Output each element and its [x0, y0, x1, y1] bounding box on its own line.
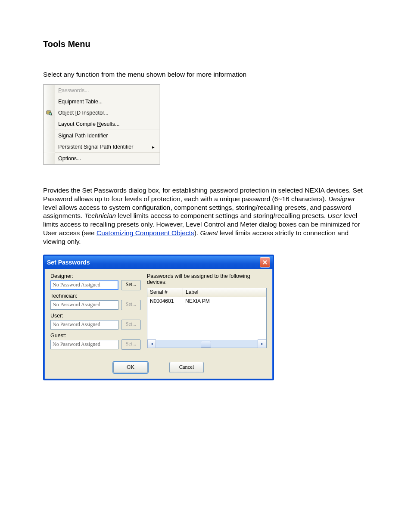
menu-gutter — [44, 118, 55, 130]
device-row[interactable]: N0004601 NEXIA PM — [147, 297, 266, 306]
menu-item-equipment-table[interactable]: Equipment Table... — [44, 96, 160, 107]
label-designer: Designer: — [50, 273, 141, 279]
devices-header: Serial # Label — [147, 288, 266, 297]
top-rule — [34, 26, 377, 26]
intro-text: Select any function from the menu shown … — [43, 71, 368, 78]
menu-gutter — [44, 141, 55, 152]
password-levels-panel: Designer: No Password Assigned Set... Te… — [50, 273, 141, 352]
scroll-track[interactable] — [156, 340, 258, 348]
menu-item-layout-compile-results[interactable]: Layout Compile Results... — [44, 118, 160, 130]
user-password-field[interactable]: No Password Assigned — [50, 320, 118, 330]
bottom-rule — [34, 471, 377, 471]
set-guest-button[interactable]: Set... — [121, 339, 141, 350]
menu-label: Persistent Signal Path Identifier — [55, 144, 152, 150]
technician-password-field[interactable]: No Password Assigned — [50, 300, 118, 310]
col-label[interactable]: Label — [183, 288, 266, 297]
submenu-arrow-icon: ▸ — [152, 144, 160, 150]
scroll-thumb[interactable] — [201, 341, 211, 348]
device-label: NEXIA PM — [183, 297, 212, 306]
scroll-left-icon[interactable]: ◂ — [147, 339, 156, 348]
description-paragraph: Provides the Set Passwords dialog box, f… — [43, 186, 368, 246]
col-serial[interactable]: Serial # — [147, 288, 183, 297]
inspector-icon — [44, 107, 55, 118]
menu-gutter — [44, 96, 55, 107]
menu-label: Signal Path Identifier — [55, 133, 160, 139]
menu-gutter — [44, 130, 55, 141]
menu-label: Layout Compile Results... — [55, 121, 160, 127]
menu-gutter — [44, 153, 55, 164]
menu-label: Equipment Table... — [55, 99, 160, 105]
set-designer-button[interactable]: Set... — [121, 280, 141, 290]
device-serial: N0004601 — [147, 297, 183, 306]
set-passwords-dialog: Set Passwords Designer: No Password Assi… — [43, 255, 274, 380]
footer-underline — [116, 399, 172, 400]
menu-gutter — [44, 85, 55, 96]
menu-item-passwords[interactable]: Passwords... — [44, 85, 160, 96]
link-customizing-component-objects[interactable]: Customizing Component Objects — [97, 229, 194, 236]
label-technician: Technician: — [50, 293, 141, 299]
dialog-title: Set Passwords — [47, 259, 260, 266]
menu-label: Options... — [55, 156, 160, 162]
dialog-titlebar: Set Passwords — [44, 256, 273, 269]
cancel-button[interactable]: Cancel — [169, 362, 204, 373]
page-title: Tools Menu — [43, 39, 368, 49]
tools-menu: Passwords... Equipment Table... Object I… — [43, 84, 160, 165]
menu-item-options[interactable]: Options... — [44, 153, 160, 164]
menu-item-object-id-inspector[interactable]: Object ID Inspector... — [44, 107, 160, 118]
scroll-right-icon[interactable]: ▸ — [258, 339, 266, 348]
horizontal-scrollbar[interactable]: ◂ ▸ — [147, 340, 266, 348]
menu-item-signal-path-identifier[interactable]: Signal Path Identifier — [44, 130, 160, 141]
menu-item-persistent-signal-path-identifier[interactable]: Persistent Signal Path Identifier ▸ — [44, 141, 160, 152]
set-technician-button[interactable]: Set... — [121, 300, 141, 310]
label-user: User: — [50, 313, 141, 319]
svg-line-2 — [51, 115, 52, 115]
ok-button[interactable]: OK — [113, 362, 148, 373]
guest-password-field[interactable]: No Password Assigned — [50, 340, 118, 349]
devices-list: Serial # Label N0004601 NEXIA PM ◂ ▸ — [147, 288, 267, 348]
label-guest: Guest: — [50, 333, 141, 339]
menu-label: Passwords... — [55, 87, 160, 93]
set-user-button[interactable]: Set... — [121, 320, 141, 330]
devices-caption: Passwords will be assigned to the follow… — [147, 273, 267, 285]
devices-panel: Passwords will be assigned to the follow… — [147, 273, 267, 352]
close-icon[interactable] — [260, 257, 270, 268]
designer-password-field[interactable]: No Password Assigned — [50, 280, 118, 290]
menu-label: Object ID Inspector... — [55, 110, 160, 116]
